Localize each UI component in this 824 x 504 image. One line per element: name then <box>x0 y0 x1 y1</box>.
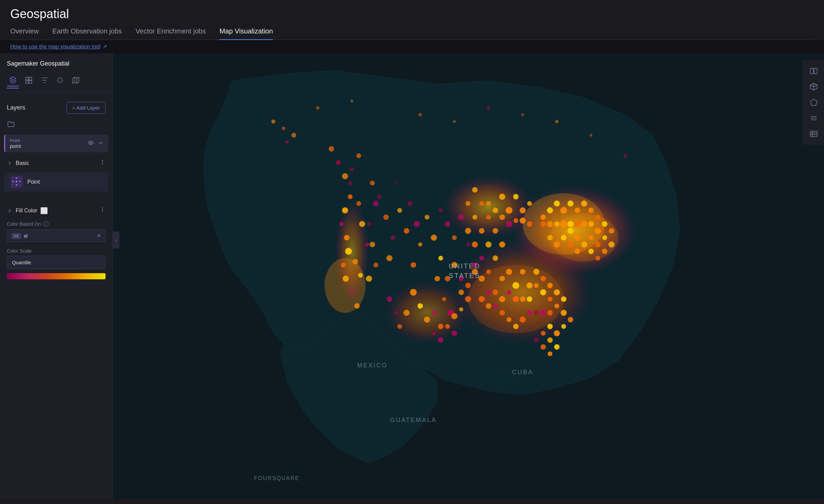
color-scale-label: Color Scale <box>0 245 112 256</box>
svg-point-76 <box>493 228 498 234</box>
app-title: Geospatial <box>10 7 814 21</box>
sidebar-collapse-handle[interactable]: ‹ <box>112 267 113 284</box>
svg-point-183 <box>356 153 361 158</box>
svg-point-123 <box>520 317 526 323</box>
svg-point-121 <box>534 310 539 315</box>
svg-point-171 <box>541 331 546 336</box>
svg-point-184 <box>271 120 275 124</box>
map-area[interactable]: UNITED STATES MEXICO CUBA GUATEMALA FOUR… <box>113 53 824 499</box>
3d-cube-icon[interactable] <box>806 79 821 94</box>
basic-section[interactable]: Basic <box>0 155 112 171</box>
split-view-icon[interactable] <box>806 64 821 79</box>
svg-point-25 <box>344 235 349 240</box>
svg-point-77 <box>486 215 491 220</box>
svg-point-92 <box>520 207 526 213</box>
svg-point-8 <box>102 164 103 165</box>
svg-point-134 <box>560 207 567 214</box>
svg-point-114 <box>547 283 553 288</box>
svg-point-44 <box>408 201 412 206</box>
fill-more-icon[interactable] <box>99 207 106 214</box>
svg-point-178 <box>561 310 567 316</box>
fill-color-header[interactable]: Fill Color <box>0 202 112 219</box>
svg-point-166 <box>595 256 600 261</box>
toolbar-filter-icon[interactable] <box>38 74 51 86</box>
svg-point-45 <box>414 221 420 227</box>
svg-point-156 <box>567 241 574 248</box>
svg-point-52 <box>442 297 446 301</box>
svg-point-124 <box>513 324 519 329</box>
svg-point-66 <box>397 324 402 329</box>
svg-point-33 <box>359 221 365 227</box>
svg-point-204 <box>418 113 422 116</box>
svg-rect-1 <box>29 77 32 80</box>
map-collapse-left[interactable]: ‹ <box>113 232 120 249</box>
svg-point-190 <box>367 222 371 226</box>
svg-point-153 <box>575 235 580 240</box>
svg-point-117 <box>561 296 566 302</box>
svg-point-149 <box>540 221 546 227</box>
svg-point-41 <box>397 208 402 213</box>
svg-point-141 <box>595 228 601 234</box>
tab-vector-enrichment[interactable]: Vector Enrichment jobs <box>136 27 206 40</box>
svg-point-74 <box>479 256 484 261</box>
basic-more-icon[interactable] <box>99 159 106 167</box>
toolbar-grid-icon[interactable] <box>23 74 35 86</box>
tab-overview[interactable]: Overview <box>10 27 39 40</box>
clear-field-button[interactable]: ✕ <box>97 233 101 239</box>
color-scale-select[interactable]: Quantile <box>7 256 106 269</box>
svg-point-29 <box>350 290 354 294</box>
svg-point-122 <box>527 310 532 316</box>
nav-tabs: Overview Earth Observation jobs Vector E… <box>10 27 814 40</box>
svg-point-84 <box>452 235 457 240</box>
svg-point-127 <box>493 304 498 308</box>
svg-point-175 <box>534 338 539 342</box>
svg-point-35 <box>353 259 358 264</box>
svg-point-131 <box>486 303 491 309</box>
svg-point-145 <box>567 221 574 227</box>
svg-point-38 <box>383 214 389 220</box>
svg-point-143 <box>581 221 587 227</box>
svg-point-130 <box>486 290 491 295</box>
svg-point-81 <box>486 269 491 274</box>
svg-text:UNITED: UNITED <box>449 262 480 270</box>
svg-point-120 <box>540 310 546 316</box>
tab-earth-observation[interactable]: Earth Observation jobs <box>52 27 122 40</box>
svg-point-164 <box>608 241 615 248</box>
svg-point-209 <box>590 134 592 137</box>
list-icon[interactable] <box>806 111 821 126</box>
svg-point-210 <box>623 154 627 157</box>
add-layer-button[interactable]: + Add Layer <box>67 102 106 114</box>
help-link[interactable]: How to use the map visualization tool <box>10 44 100 50</box>
svg-point-202 <box>316 106 319 110</box>
svg-point-61 <box>445 324 450 329</box>
svg-point-69 <box>458 214 464 220</box>
polygon-icon[interactable] <box>806 95 821 110</box>
layer-type-label: Point <box>10 138 21 143</box>
svg-point-70 <box>465 228 471 234</box>
svg-point-126 <box>499 310 505 316</box>
svg-point-64 <box>452 331 457 336</box>
svg-point-159 <box>547 235 553 240</box>
svg-point-163 <box>609 228 614 234</box>
toolbar-layers-icon[interactable] <box>7 74 19 86</box>
svg-point-24 <box>340 222 344 226</box>
svg-point-27 <box>341 263 346 267</box>
sidebar-toolbar <box>0 71 112 86</box>
layer-item-header[interactable]: Point point <box>5 135 108 152</box>
svg-point-4 <box>88 141 93 144</box>
svg-text:CUBA: CUBA <box>512 369 533 376</box>
toolbar-sparkle-icon[interactable] <box>54 74 66 86</box>
svg-point-196 <box>479 201 484 206</box>
svg-point-151 <box>540 214 546 220</box>
svg-point-97 <box>520 218 526 224</box>
svg-point-98 <box>527 221 532 227</box>
color-based-on-info-icon[interactable]: i <box>43 221 49 227</box>
svg-point-63 <box>459 307 463 311</box>
layer-expand-icon[interactable] <box>97 140 104 147</box>
tab-map-visualization[interactable]: Map Visualization <box>219 27 273 40</box>
toolbar-map-icon[interactable] <box>70 74 82 86</box>
layer-visibility-icon[interactable] <box>88 140 94 147</box>
fill-color-swatch <box>41 207 47 214</box>
data-table-icon[interactable] <box>806 126 821 141</box>
svg-point-115 <box>548 297 552 302</box>
